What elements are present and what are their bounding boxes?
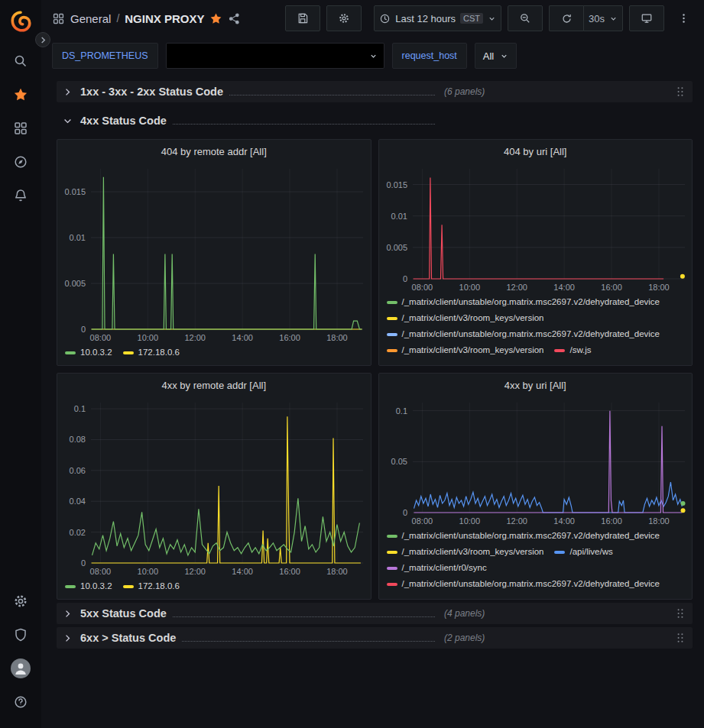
search-icon[interactable]	[4, 44, 37, 78]
row-6xx[interactable]: 6xx > Status Code (2 panels)	[57, 627, 693, 649]
time-range-picker[interactable]: Last 12 hours CST	[374, 5, 501, 31]
svg-text:08:00: 08:00	[90, 567, 112, 576]
legend-item[interactable]: /_matrix/client/r0/sync	[387, 560, 487, 576]
breadcrumb-separator: /	[116, 12, 119, 24]
svg-text:16:00: 16:00	[279, 333, 300, 342]
dashboard-title[interactable]: NGINX PROXY	[125, 12, 204, 25]
panel-legend: /_matrix/client/unstable/org.matrix.msc2…	[379, 528, 693, 592]
svg-text:0.1: 0.1	[395, 406, 407, 416]
clock-icon	[379, 13, 391, 24]
svg-text:12:00: 12:00	[506, 516, 527, 526]
row-drag-handle[interactable]	[674, 85, 686, 99]
kebab-menu-button[interactable]	[670, 6, 696, 31]
save-dashboard-button[interactable]	[285, 5, 320, 31]
user-avatar[interactable]	[4, 652, 37, 685]
grafana-app: General / NGINX PROXY	[0, 0, 704, 728]
legend-item[interactable]: /_matrix/client/unstable/org.matrix.msc2…	[387, 576, 660, 592]
zoom-out-icon	[519, 12, 531, 24]
grafana-logo[interactable]	[4, 6, 37, 37]
svg-text:08:00: 08:00	[90, 333, 112, 342]
series-color-swatch	[554, 349, 565, 352]
legend-label: /_matrix/client/v3/room_keys/version	[402, 544, 544, 560]
panel-4xx-by-remote-addr: 4xx by remote addr [All] 00.020.040.060.…	[57, 373, 371, 600]
svg-text:14:00: 14:00	[232, 333, 253, 342]
panel-title[interactable]: 4xx by remote addr [All]	[57, 374, 371, 396]
row-title: 6xx > Status Code	[80, 632, 176, 644]
starred-dashboards-icon[interactable]	[4, 78, 37, 112]
svg-text:12:00: 12:00	[184, 333, 206, 342]
series-color-swatch	[387, 551, 397, 554]
nav-sidebar	[0, 0, 41, 728]
legend-item[interactable]: /_matrix/client/v3/room_keys/version	[387, 544, 544, 560]
legend-item[interactable]: 172.18.0.6	[123, 345, 180, 361]
panel-title[interactable]: 404 by uri [All]	[379, 140, 693, 163]
row-5xx[interactable]: 5xx Status Code (4 panels)	[57, 603, 693, 624]
time-series-chart[interactable]: 00.0050.010.01508:0010:0012:0014:0016:00…	[57, 163, 371, 345]
row-1xx-3xx-2xx[interactable]: 1xx - 3xx - 2xx Status Code (6 panels)	[57, 81, 693, 102]
time-series-chart[interactable]: 00.050.108:0010:0012:0014:0016:0018:00	[379, 396, 693, 528]
legend-item[interactable]: 10.0.3.2	[65, 345, 112, 361]
settings-gear-icon[interactable]	[4, 584, 37, 618]
favorite-star-icon[interactable]	[209, 12, 222, 25]
row-drag-handle[interactable]	[674, 607, 686, 620]
row-title-group: 4xx Status Code	[80, 115, 441, 127]
legend-item[interactable]: 172.18.0.6	[123, 578, 180, 594]
legend-item[interactable]: /api/live/ws	[554, 544, 612, 560]
legend-item[interactable]: /_matrix/client/v3/room_keys/version	[387, 342, 544, 358]
legend-item[interactable]: /_matrix/client/unstable/org.matrix.msc2…	[387, 326, 660, 342]
zoom-out-button[interactable]	[508, 5, 543, 31]
share-icon[interactable]	[228, 12, 241, 25]
variable-request-host-label[interactable]: request_host	[392, 43, 467, 69]
svg-text:0.01: 0.01	[70, 233, 86, 242]
svg-text:0.06: 0.06	[70, 466, 86, 475]
time-series-chart[interactable]: 00.020.040.060.080.108:0010:0012:0014:00…	[57, 396, 371, 578]
explore-compass-icon[interactable]	[4, 145, 37, 179]
apps-grid-icon	[52, 12, 65, 25]
admin-shield-icon[interactable]	[4, 618, 37, 652]
series-color-swatch	[554, 551, 565, 554]
variable-ds-prometheus-label[interactable]: DS_PROMETHEUS	[52, 43, 158, 69]
timezone-badge: CST	[460, 13, 483, 24]
panel-legend: /_matrix/client/unstable/org.matrix.msc2…	[379, 294, 693, 358]
help-icon[interactable]	[4, 685, 37, 719]
tv-mode-button[interactable]	[629, 5, 664, 31]
panel-title[interactable]: 4xx by uri [All]	[379, 374, 693, 396]
dashboards-icon[interactable]	[4, 112, 37, 145]
svg-text:16:00: 16:00	[601, 516, 622, 526]
legend-item[interactable]: /_matrix/client/v3/room_keys/version	[387, 310, 544, 326]
legend-item[interactable]: 10.0.3.2	[65, 578, 112, 594]
time-range-label: Last 12 hours	[395, 13, 456, 24]
series-color-swatch	[387, 583, 397, 586]
svg-text:0.005: 0.005	[386, 243, 407, 252]
time-series-chart[interactable]: 00.0050.010.01508:0010:0012:0014:0016:00…	[379, 163, 693, 294]
refresh-interval-dropdown[interactable]: 30s	[583, 5, 623, 31]
svg-text:0.08: 0.08	[70, 435, 86, 444]
avatar	[11, 658, 31, 678]
svg-text:08:00: 08:00	[411, 516, 433, 526]
svg-text:0: 0	[81, 558, 86, 568]
alerting-bell-icon[interactable]	[4, 179, 37, 212]
legend-label: 172.18.0.6	[138, 578, 180, 594]
sidebar-expand-button[interactable]	[35, 32, 50, 47]
dashboard-settings-button[interactable]	[326, 5, 362, 31]
chevron-right-icon	[63, 86, 75, 98]
svg-text:0.1: 0.1	[74, 404, 86, 413]
row-4xx[interactable]: 4xx Status Code	[57, 110, 693, 131]
series-color-swatch	[123, 585, 134, 588]
refresh-button[interactable]	[549, 5, 583, 31]
legend-item[interactable]: /_matrix/client/unstable/org.matrix.msc2…	[387, 294, 660, 310]
svg-text:10:00: 10:00	[138, 333, 159, 342]
variable-request-host-value[interactable]: All	[475, 43, 517, 69]
grafana-logo-icon	[9, 10, 32, 33]
legend-item[interactable]: /_matrix/client/unstable/org.matrix.msc2…	[387, 528, 660, 544]
series-color-swatch	[65, 585, 76, 588]
svg-text:14:00: 14:00	[232, 567, 253, 576]
row-panel-count: (4 panels)	[444, 608, 485, 619]
legend-item[interactable]: /sw.js	[554, 342, 591, 358]
breadcrumb-section[interactable]: General	[70, 12, 111, 25]
svg-text:10:00: 10:00	[459, 516, 480, 526]
row-drag-handle[interactable]	[674, 631, 686, 645]
variable-ds-prometheus-value[interactable]	[166, 43, 384, 69]
legend-label: /_matrix/client/unstable/org.matrix.msc2…	[402, 326, 660, 342]
panel-title[interactable]: 404 by remote addr [All]	[57, 140, 371, 163]
